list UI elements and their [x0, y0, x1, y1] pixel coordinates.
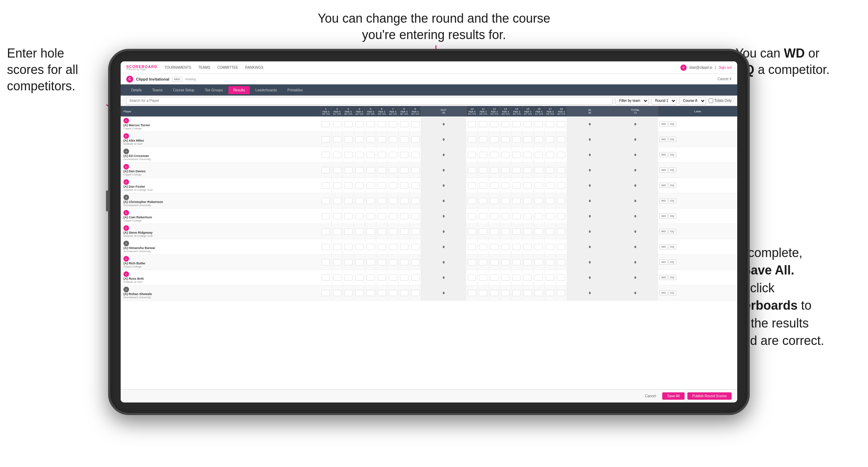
- score-input-h15[interactable]: [523, 213, 532, 219]
- nav-teams[interactable]: TEAMS: [198, 65, 210, 70]
- score-input-h1[interactable]: [322, 121, 330, 127]
- score-input-h2[interactable]: [333, 152, 341, 158]
- score-input-h4[interactable]: [355, 274, 364, 281]
- score-input-h11[interactable]: [479, 274, 487, 281]
- dq-button[interactable]: DQ: [669, 259, 676, 265]
- score-input-h17[interactable]: [546, 121, 554, 127]
- score-input-h9[interactable]: [411, 198, 420, 204]
- score-input-h13[interactable]: [501, 244, 510, 250]
- nav-committee[interactable]: COMMITTEE: [217, 65, 238, 70]
- score-input-h5[interactable]: [367, 198, 375, 204]
- score-input-h6[interactable]: [378, 244, 386, 250]
- score-input-h8[interactable]: [400, 136, 408, 143]
- score-input-h3[interactable]: [344, 152, 353, 158]
- score-input-h15[interactable]: [523, 198, 532, 204]
- score-input-h10[interactable]: [468, 274, 476, 281]
- score-input-h4[interactable]: [355, 167, 364, 173]
- score-input-h3[interactable]: [344, 290, 353, 296]
- score-input-h14[interactable]: [512, 274, 521, 281]
- score-input-h17[interactable]: [546, 213, 554, 219]
- score-input-h9[interactable]: [411, 290, 420, 296]
- score-input-h9[interactable]: [411, 152, 420, 158]
- score-input-h12[interactable]: [490, 121, 498, 127]
- score-input-h14[interactable]: [512, 213, 521, 219]
- score-input-h12[interactable]: [490, 259, 498, 265]
- score-input-h9[interactable]: [411, 182, 420, 189]
- score-input-h6[interactable]: [378, 198, 386, 204]
- score-input-h16[interactable]: [535, 290, 543, 296]
- score-input-h9[interactable]: [411, 136, 420, 143]
- score-input-h6[interactable]: [378, 136, 386, 143]
- score-input-h17[interactable]: [546, 136, 554, 143]
- score-input-h7[interactable]: [389, 198, 397, 204]
- score-input-h10[interactable]: [468, 121, 476, 127]
- score-input-h3[interactable]: [344, 136, 353, 143]
- score-input-h1[interactable]: [322, 182, 330, 189]
- dq-button[interactable]: DQ: [669, 198, 676, 203]
- score-input-h8[interactable]: [400, 290, 408, 296]
- score-input-h15[interactable]: [523, 167, 532, 173]
- wd-button[interactable]: WD: [659, 198, 667, 203]
- score-input-h10[interactable]: [468, 290, 476, 296]
- score-input-h6[interactable]: [378, 259, 386, 265]
- score-input-h1[interactable]: [322, 290, 330, 296]
- score-input-h11[interactable]: [479, 152, 487, 158]
- score-input-h11[interactable]: [479, 198, 487, 204]
- score-input-h2[interactable]: [333, 121, 341, 127]
- score-input-h18[interactable]: [557, 167, 565, 173]
- score-input-h10[interactable]: [468, 182, 476, 189]
- score-input-h13[interactable]: [501, 213, 510, 219]
- totals-only-toggle[interactable]: Totals Only: [709, 98, 732, 103]
- wd-button[interactable]: WD: [659, 244, 667, 249]
- score-input-h9[interactable]: [411, 121, 420, 127]
- score-input-h17[interactable]: [546, 167, 554, 173]
- score-input-h4[interactable]: [355, 182, 364, 189]
- score-input-h15[interactable]: [523, 290, 532, 296]
- score-input-h12[interactable]: [490, 198, 498, 204]
- score-input-h5[interactable]: [367, 136, 375, 143]
- score-input-h4[interactable]: [355, 244, 364, 250]
- score-input-h18[interactable]: [557, 274, 565, 281]
- score-input-h13[interactable]: [501, 274, 510, 281]
- score-input-h12[interactable]: [490, 182, 498, 189]
- score-input-h5[interactable]: [367, 213, 375, 219]
- score-input-h2[interactable]: [333, 213, 341, 219]
- score-input-h11[interactable]: [479, 121, 487, 127]
- score-input-h16[interactable]: [535, 274, 543, 281]
- score-input-h11[interactable]: [479, 259, 487, 265]
- score-input-h5[interactable]: [367, 228, 375, 235]
- sign-out-link[interactable]: Sign out: [719, 66, 732, 69]
- score-input-h3[interactable]: [344, 274, 353, 281]
- score-input-h14[interactable]: [512, 136, 521, 143]
- score-input-h16[interactable]: [535, 167, 543, 173]
- wd-button[interactable]: WD: [659, 167, 667, 173]
- score-input-h9[interactable]: [411, 228, 420, 235]
- score-input-h12[interactable]: [490, 290, 498, 296]
- score-input-h15[interactable]: [523, 152, 532, 158]
- score-input-h18[interactable]: [557, 182, 565, 189]
- score-input-h6[interactable]: [378, 167, 386, 173]
- score-input-h5[interactable]: [367, 274, 375, 281]
- score-input-h15[interactable]: [523, 136, 532, 143]
- score-input-h8[interactable]: [400, 213, 408, 219]
- score-input-h10[interactable]: [468, 136, 476, 143]
- score-input-h2[interactable]: [333, 290, 341, 296]
- score-input-h7[interactable]: [389, 244, 397, 250]
- score-input-h7[interactable]: [389, 182, 397, 189]
- score-input-h4[interactable]: [355, 121, 364, 127]
- totals-only-checkbox[interactable]: [709, 98, 713, 103]
- score-input-h7[interactable]: [389, 213, 397, 219]
- tab-results[interactable]: Results: [228, 86, 250, 94]
- dq-button[interactable]: DQ: [669, 167, 676, 173]
- score-input-h14[interactable]: [512, 290, 521, 296]
- wd-button[interactable]: WD: [659, 259, 667, 265]
- score-input-h5[interactable]: [367, 167, 375, 173]
- course-select[interactable]: Course A: [679, 97, 706, 105]
- score-input-h10[interactable]: [468, 213, 476, 219]
- publish-button[interactable]: Publish Round Scores: [687, 392, 732, 400]
- dq-button[interactable]: DQ: [669, 183, 676, 188]
- score-input-h10[interactable]: [468, 244, 476, 250]
- score-input-h8[interactable]: [400, 274, 408, 281]
- nav-tournaments[interactable]: TOURNAMENTS: [164, 65, 191, 70]
- wd-button[interactable]: WD: [659, 275, 667, 280]
